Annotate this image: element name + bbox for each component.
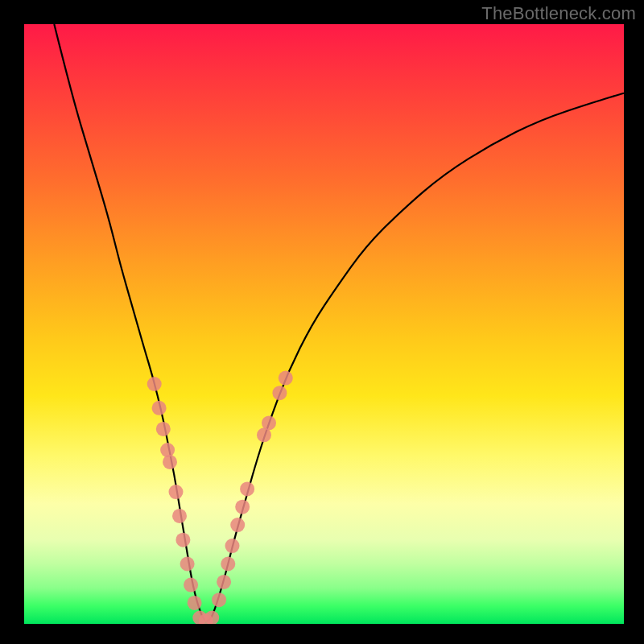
bottleneck-chart [24,24,624,624]
curve-marker [156,422,171,436]
curve-marker [230,518,245,532]
curve-marker [160,443,175,457]
curve-marker [169,485,184,499]
curve-marker [172,509,187,523]
curve-marker [152,401,167,415]
curve-marker [235,500,250,514]
plot-area [24,24,624,624]
curve-marker [217,575,231,589]
curve-marker [272,386,287,400]
curve-markers [147,371,293,624]
curve-marker [175,533,190,547]
curve-marker [147,377,162,391]
curve-marker [180,557,195,572]
curve-marker [184,578,198,592]
curve-marker [279,371,293,386]
curve-marker [262,415,276,430]
outer-frame: TheBottleneck.com [0,0,644,644]
curve-marker [212,592,226,607]
bottleneck-curve [54,24,624,621]
curve-marker [221,557,235,572]
curve-marker [188,596,202,610]
curve-marker [225,539,240,553]
watermark-text: TheBottleneck.com [481,3,636,24]
curve-marker [163,455,177,469]
curve-marker [240,481,254,496]
curve-marker [204,611,219,625]
